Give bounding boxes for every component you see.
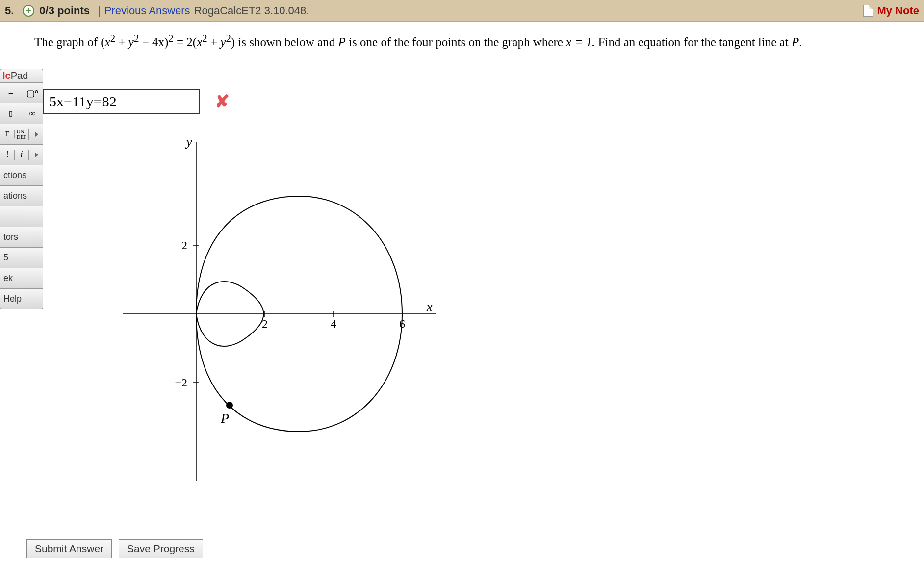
question-text: The graph of (x2 + y2 − 4x)2 = 2(x2 + y2… <box>0 22 924 57</box>
my-notes-link[interactable]: My Note <box>863 4 919 17</box>
my-notes-label: My Note <box>877 4 919 17</box>
assignment-id: RogaCalcET2 3.10.048. <box>194 4 309 17</box>
points-text: 0/3 points <box>39 4 90 17</box>
separator: | <box>98 4 101 17</box>
question-header: 5. + 0/3 points | Previous Answers RogaC… <box>0 0 924 22</box>
question-number: 5. <box>5 4 14 17</box>
expand-icon[interactable]: + <box>23 5 34 17</box>
note-icon <box>863 5 873 17</box>
previous-answers-link[interactable]: Previous Answers <box>104 4 190 17</box>
